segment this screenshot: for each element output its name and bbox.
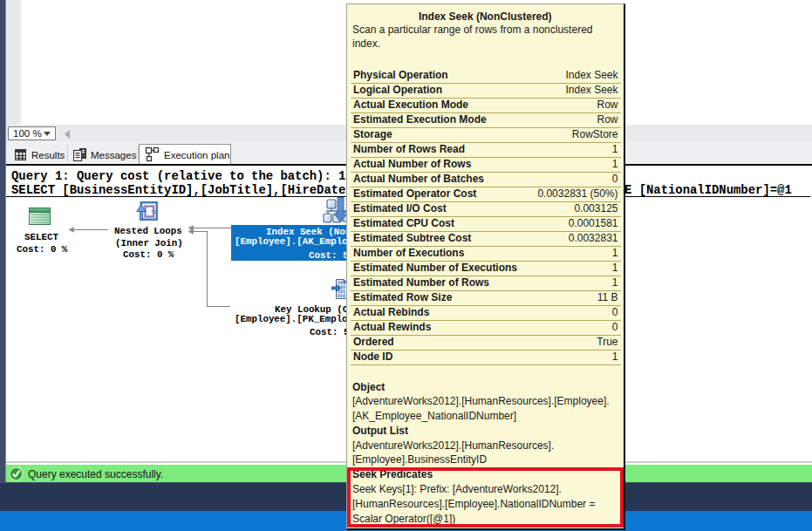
svg-text:010: 010: [338, 294, 345, 299]
